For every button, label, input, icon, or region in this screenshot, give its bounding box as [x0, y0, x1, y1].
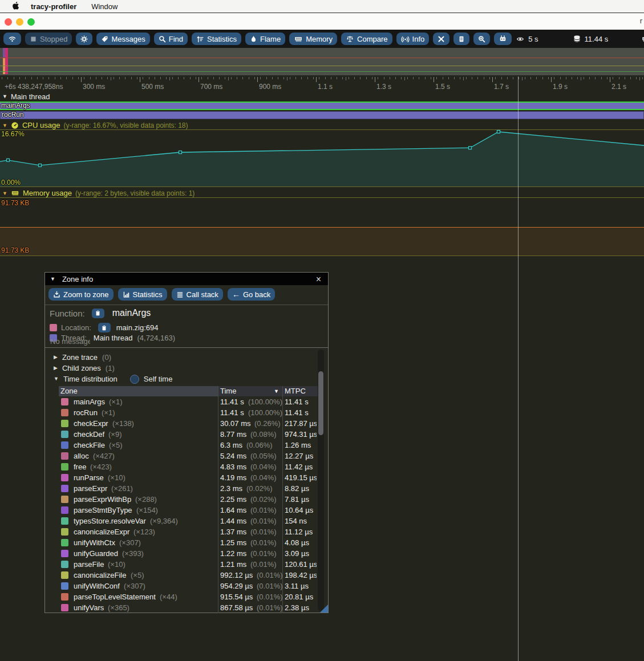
table-row[interactable]: parseExpr (×261) 2.3 ms (0.02%) 8.82 µs [45, 483, 317, 494]
zone-mtpc: 120.61 µs [285, 559, 317, 570]
collapse-triangle-icon[interactable]: ▼ [50, 277, 55, 282]
zone-bar-label: rocRun [2, 112, 24, 118]
scrollbar-thumb[interactable] [318, 371, 323, 435]
table-row[interactable]: runParse (×10) 4.19 ms (0.04%) 419.15 µs [45, 472, 317, 483]
zone-time: 6.3 ms [220, 440, 242, 451]
frame-bar[interactable] [5, 48, 8, 74]
menu-app-name[interactable]: tracy-profiler [31, 2, 76, 11]
table-row[interactable]: canonicalizeExpr (×123) 1.37 ms (0.01%) … [45, 526, 317, 537]
view-span-stat[interactable]: 5 s [516, 35, 538, 43]
expand-triangle-icon[interactable]: ▶ [54, 355, 58, 360]
zone-trace-node[interactable]: ▶ Zone trace (0) [54, 352, 111, 363]
table-row[interactable]: typesStore.resolveVar (×9,364) 1.44 ms (… [45, 516, 317, 526]
zoom-in-button[interactable] [473, 33, 490, 45]
zone-bar-rocrun[interactable]: rocRun [0, 111, 644, 119]
cpu-usage-chart[interactable] [0, 129, 644, 186]
menu-window[interactable]: Window [91, 2, 118, 11]
table-row[interactable]: checkDef (×9) 8.77 ms (0.08%) 974.31 µs [45, 429, 317, 440]
table-row[interactable]: rocRun (×1) 11.41 s (100.00%) 11.41 s [45, 407, 317, 418]
timeline-ruler[interactable]: +6s 438,247,958ns 300 ms500 ms700 ms900 … [0, 76, 644, 92]
minimize-traffic-light[interactable] [16, 18, 23, 26]
self-time-checkbox[interactable] [130, 375, 139, 384]
ruler-tick [554, 77, 554, 79]
go-back-button[interactable]: ←Go back [228, 288, 275, 301]
table-row[interactable]: unifyWithCtx (×307) 1.25 ms (0.01%) 4.08… [45, 537, 317, 548]
collapse-triangle-icon[interactable]: ▼ [2, 190, 7, 196]
apple-icon[interactable] [13, 2, 21, 11]
zone-bar-mainargs[interactable]: mainArgs [0, 102, 644, 110]
statistics-button[interactable]: Statistics [118, 288, 167, 301]
table-header: Zone Time ▼ MTPC [59, 386, 318, 396]
table-row[interactable]: parseTopLevelStatement (×44) 915.54 µs (… [45, 591, 317, 602]
column-header-time[interactable]: Time ▼ [218, 386, 282, 396]
zoom-to-zone-label: Zoom to zone [63, 290, 109, 299]
stopped-button[interactable]: Stopped [25, 33, 72, 45]
scrollbar-track[interactable] [318, 350, 324, 611]
ruler-tick [84, 77, 84, 79]
capture-time-stat[interactable]: 11.44 s [573, 35, 609, 43]
tools-button[interactable] [433, 33, 449, 45]
table-row[interactable]: unifyVars (×365) 867.58 µs (0.01%) 2.38 … [45, 602, 317, 612]
thread-group-header[interactable]: ▼ Main thread [2, 92, 50, 101]
close-traffic-light[interactable] [5, 18, 12, 26]
messages-button[interactable]: Messages [96, 33, 149, 45]
collapse-triangle-icon[interactable]: ▼ [2, 123, 7, 128]
column-header-zone[interactable]: Zone [59, 386, 218, 396]
ruler-major-tick [316, 77, 317, 82]
table-row[interactable]: checkFile (×5) 6.3 ms (0.06%) 1.26 ms [45, 440, 317, 451]
ruler-tick [290, 77, 290, 79]
zone-time-pct: (0.06%) [246, 440, 273, 451]
table-row[interactable]: parseFile (×10) 1.21 ms (0.01%) 120.61 µ… [45, 559, 317, 570]
memory-button[interactable]: Memory [289, 33, 337, 45]
notes-button[interactable] [453, 33, 469, 45]
table-row[interactable]: mainArgs (×1) 11.41 s (100.00%) 11.41 s [45, 396, 317, 407]
ruler-tick [96, 77, 96, 79]
table-row[interactable]: parseExprWithBp (×288) 2.25 ms (0.02%) 7… [45, 494, 317, 505]
function-name: mainArgs [112, 308, 151, 318]
memory-usage-header[interactable]: ▼ Memory usage (y-range: 2 bytes, visibl… [2, 189, 195, 197]
collapse-triangle-icon[interactable]: ▼ [2, 94, 7, 99]
collapse-triangle-icon[interactable]: ▼ [54, 376, 59, 382]
settings-button[interactable] [76, 33, 92, 45]
table-row[interactable]: unifyWithConf (×307) 954.29 µs (0.01%) 3… [45, 581, 317, 591]
capture-button[interactable] [494, 33, 512, 45]
window-resize-handle[interactable] [320, 605, 328, 613]
call-stack-button[interactable]: Call stack [172, 288, 223, 301]
table-row[interactable]: canonicalizeFile (×5) 992.12 µs (0.01%) … [45, 570, 317, 581]
time-distribution-node[interactable]: ▼ Time distribution Self time [54, 374, 172, 384]
table-row[interactable]: checkExpr (×138) 30.07 ms (0.26%) 217.87… [45, 418, 317, 429]
compare-button[interactable]: Compare [341, 33, 392, 45]
table-row[interactable]: parseStmtByType (×154) 1.64 ms (0.01%) 1… [45, 505, 317, 516]
child-zones-node[interactable]: ▶ Child zones (1) [54, 363, 115, 374]
zoom-traffic-light[interactable] [27, 18, 35, 26]
frame-overview[interactable] [0, 48, 644, 75]
window-title-clipped: r [640, 17, 642, 25]
close-icon[interactable]: × [313, 273, 325, 286]
table-row[interactable]: free (×423) 4.83 ms (0.04%) 11.42 µs [45, 461, 317, 472]
call-stack-label: Call stack [187, 290, 218, 299]
zoom-to-zone-button[interactable]: Zoom to zone [48, 288, 114, 301]
memory-ymax-label: 91.73 KB [1, 199, 29, 207]
column-header-mtpc[interactable]: MTPC [282, 386, 318, 396]
statistics-button[interactable]: Statistics [192, 33, 241, 45]
zone-name: parseStmtByType [74, 505, 132, 516]
copy-function-button[interactable] [92, 309, 104, 318]
zone-info-title-bar[interactable]: ▼ Zone info × [45, 273, 328, 285]
zone-name: free [74, 461, 86, 472]
copy-location-button[interactable] [98, 323, 111, 332]
cpu-usage-header[interactable]: ▼ CPU usage (y-range: 16.67%, visible da… [2, 121, 188, 129]
connection-button[interactable] [3, 33, 21, 45]
table-row[interactable]: alloc (×427) 5.24 ms (0.05%) 12.27 µs [45, 451, 317, 461]
info-button[interactable]: Info [396, 33, 430, 45]
find-button[interactable]: Find [154, 33, 188, 45]
ruler-tick [190, 77, 191, 79]
expand-triangle-icon[interactable]: ▶ [54, 366, 58, 371]
location-label: Location: [61, 323, 91, 332]
flame-button[interactable]: Flame [245, 33, 285, 45]
table-row[interactable]: unifyGuarded (×393) 1.22 ms (0.01%) 3.09… [45, 548, 317, 559]
memory-usage-stat[interactable]: 64.95 MB (0.18%) [641, 35, 644, 43]
zone-count: (×5) [131, 570, 144, 581]
memory-usage-fill[interactable] [0, 228, 644, 256]
zone-color-swatch [61, 463, 68, 471]
window-title-bar[interactable]: r [0, 13, 644, 30]
